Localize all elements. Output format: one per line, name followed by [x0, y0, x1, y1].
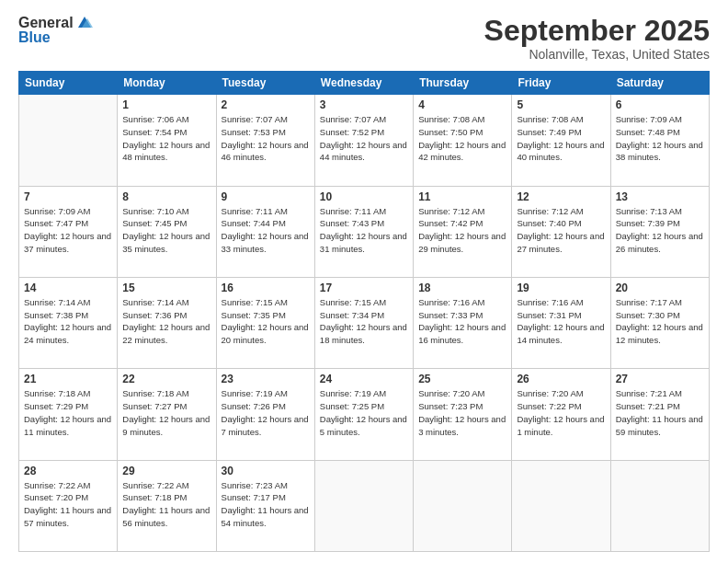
sunset-text: Sunset: 7:47 PM — [24, 218, 88, 228]
sunrise-text: Sunrise: 7:10 AM — [122, 206, 188, 216]
table-row: 25Sunrise: 7:20 AMSunset: 7:23 PMDayligh… — [414, 369, 512, 460]
sunset-text: Sunset: 7:27 PM — [122, 401, 187, 411]
sunrise-text: Sunrise: 7:17 AM — [616, 297, 682, 307]
day-info: Sunrise: 7:14 AMSunset: 7:38 PMDaylight:… — [24, 296, 112, 347]
sunset-text: Sunset: 7:35 PM — [222, 310, 286, 320]
table-row: 27Sunrise: 7:21 AMSunset: 7:21 PMDayligh… — [610, 369, 709, 460]
daylight-text: Daylight: 12 hours and 12 minutes. — [616, 322, 703, 345]
sunrise-text: Sunrise: 7:09 AM — [616, 114, 682, 124]
sunrise-text: Sunrise: 7:13 AM — [616, 206, 682, 216]
sunrise-text: Sunrise: 7:15 AM — [222, 297, 288, 307]
daylight-text: Daylight: 12 hours and 31 minutes. — [320, 231, 407, 254]
day-number: 17 — [320, 282, 408, 294]
col-thursday: Thursday — [414, 72, 512, 95]
table-row: 17Sunrise: 7:15 AMSunset: 7:34 PMDayligh… — [314, 277, 413, 368]
daylight-text: Daylight: 12 hours and 35 minutes. — [122, 231, 210, 254]
day-info: Sunrise: 7:09 AMSunset: 7:48 PMDaylight:… — [616, 113, 704, 164]
sunset-text: Sunset: 7:34 PM — [320, 310, 384, 320]
sunset-text: Sunset: 7:42 PM — [418, 218, 483, 228]
day-info: Sunrise: 7:11 AMSunset: 7:44 PMDaylight:… — [222, 205, 310, 256]
daylight-text: Daylight: 12 hours and 46 minutes. — [222, 140, 309, 163]
day-number: 3 — [320, 98, 408, 111]
day-info: Sunrise: 7:20 AMSunset: 7:22 PMDaylight:… — [517, 387, 605, 438]
daylight-text: Daylight: 12 hours and 20 minutes. — [222, 322, 309, 345]
day-info: Sunrise: 7:16 AMSunset: 7:33 PMDaylight:… — [418, 296, 506, 347]
page: General Blue September 2025 Nolanville, … — [0, 0, 728, 563]
day-info: Sunrise: 7:13 AMSunset: 7:39 PMDaylight:… — [616, 205, 704, 256]
table-row: 16Sunrise: 7:15 AMSunset: 7:35 PMDayligh… — [216, 277, 314, 368]
sunset-text: Sunset: 7:38 PM — [24, 310, 88, 320]
table-row — [314, 460, 413, 551]
table-row: 30Sunrise: 7:23 AMSunset: 7:17 PMDayligh… — [216, 460, 314, 551]
sunrise-text: Sunrise: 7:08 AM — [418, 114, 484, 124]
day-number: 7 — [24, 190, 112, 203]
table-row: 3Sunrise: 7:07 AMSunset: 7:52 PMDaylight… — [314, 95, 413, 186]
sunrise-text: Sunrise: 7:11 AM — [320, 206, 386, 216]
day-info: Sunrise: 7:19 AMSunset: 7:26 PMDaylight:… — [222, 387, 310, 438]
daylight-text: Daylight: 12 hours and 33 minutes. — [222, 231, 309, 254]
daylight-text: Daylight: 12 hours and 1 minute. — [517, 414, 604, 437]
sunrise-text: Sunrise: 7:06 AM — [122, 114, 188, 124]
day-number: 1 — [122, 98, 210, 111]
table-row: 29Sunrise: 7:22 AMSunset: 7:18 PMDayligh… — [118, 460, 216, 551]
col-sunday: Sunday — [19, 72, 118, 95]
calendar-week-row: 1Sunrise: 7:06 AMSunset: 7:54 PMDaylight… — [19, 95, 710, 186]
daylight-text: Daylight: 12 hours and 48 minutes. — [122, 140, 210, 163]
col-monday: Monday — [118, 72, 216, 95]
daylight-text: Daylight: 11 hours and 59 minutes. — [616, 414, 703, 437]
day-info: Sunrise: 7:11 AMSunset: 7:43 PMDaylight:… — [320, 205, 408, 256]
day-number: 29 — [122, 465, 210, 477]
day-number: 6 — [616, 98, 704, 111]
sunset-text: Sunset: 7:22 PM — [517, 401, 581, 411]
daylight-text: Daylight: 12 hours and 40 minutes. — [517, 140, 604, 163]
sunset-text: Sunset: 7:29 PM — [24, 401, 88, 411]
table-row: 20Sunrise: 7:17 AMSunset: 7:30 PMDayligh… — [610, 277, 709, 368]
table-row: 9Sunrise: 7:11 AMSunset: 7:44 PMDaylight… — [216, 186, 314, 277]
table-row: 24Sunrise: 7:19 AMSunset: 7:25 PMDayligh… — [314, 369, 413, 460]
day-info: Sunrise: 7:18 AMSunset: 7:27 PMDaylight:… — [122, 387, 210, 438]
table-row: 10Sunrise: 7:11 AMSunset: 7:43 PMDayligh… — [314, 186, 413, 277]
daylight-text: Daylight: 12 hours and 37 minutes. — [24, 231, 111, 254]
daylight-text: Daylight: 12 hours and 16 minutes. — [418, 322, 506, 345]
sunset-text: Sunset: 7:40 PM — [517, 218, 581, 228]
day-info: Sunrise: 7:22 AMSunset: 7:20 PMDaylight:… — [24, 479, 112, 530]
sunrise-text: Sunrise: 7:19 AM — [320, 388, 386, 398]
sunrise-text: Sunrise: 7:11 AM — [222, 206, 288, 216]
day-number: 27 — [616, 373, 704, 385]
sunset-text: Sunset: 7:30 PM — [616, 310, 680, 320]
sunset-text: Sunset: 7:49 PM — [517, 127, 581, 137]
sunset-text: Sunset: 7:25 PM — [320, 401, 384, 411]
daylight-text: Daylight: 12 hours and 24 minutes. — [24, 322, 111, 345]
sunset-text: Sunset: 7:39 PM — [616, 218, 680, 228]
day-number: 26 — [517, 373, 605, 385]
daylight-text: Daylight: 12 hours and 42 minutes. — [418, 140, 506, 163]
day-number: 8 — [122, 190, 210, 203]
day-info: Sunrise: 7:10 AMSunset: 7:45 PMDaylight:… — [122, 205, 210, 256]
day-info: Sunrise: 7:08 AMSunset: 7:50 PMDaylight:… — [418, 113, 506, 164]
day-number: 14 — [24, 282, 112, 294]
sunset-text: Sunset: 7:21 PM — [616, 401, 680, 411]
table-row: 21Sunrise: 7:18 AMSunset: 7:29 PMDayligh… — [19, 369, 118, 460]
daylight-text: Daylight: 12 hours and 29 minutes. — [418, 231, 506, 254]
day-number: 5 — [517, 98, 605, 111]
day-info: Sunrise: 7:09 AMSunset: 7:47 PMDaylight:… — [24, 205, 112, 256]
calendar-week-row: 7Sunrise: 7:09 AMSunset: 7:47 PMDaylight… — [19, 186, 710, 277]
sunset-text: Sunset: 7:36 PM — [122, 310, 187, 320]
table-row: 5Sunrise: 7:08 AMSunset: 7:49 PMDaylight… — [512, 95, 610, 186]
day-number: 21 — [24, 373, 112, 385]
sunset-text: Sunset: 7:45 PM — [122, 218, 187, 228]
day-info: Sunrise: 7:20 AMSunset: 7:23 PMDaylight:… — [418, 387, 506, 438]
day-number: 2 — [222, 98, 310, 111]
sunrise-text: Sunrise: 7:12 AM — [517, 206, 583, 216]
day-number: 4 — [418, 98, 506, 111]
daylight-text: Daylight: 12 hours and 9 minutes. — [122, 414, 210, 437]
sunset-text: Sunset: 7:26 PM — [222, 401, 286, 411]
day-number: 19 — [517, 282, 605, 294]
calendar-table: Sunday Monday Tuesday Wednesday Thursday… — [18, 71, 710, 552]
sunrise-text: Sunrise: 7:07 AM — [320, 114, 386, 124]
table-row: 8Sunrise: 7:10 AMSunset: 7:45 PMDaylight… — [118, 186, 216, 277]
sunset-text: Sunset: 7:48 PM — [616, 127, 680, 137]
day-number: 10 — [320, 190, 408, 203]
sunset-text: Sunset: 7:23 PM — [418, 401, 483, 411]
day-info: Sunrise: 7:07 AMSunset: 7:53 PMDaylight:… — [222, 113, 310, 164]
